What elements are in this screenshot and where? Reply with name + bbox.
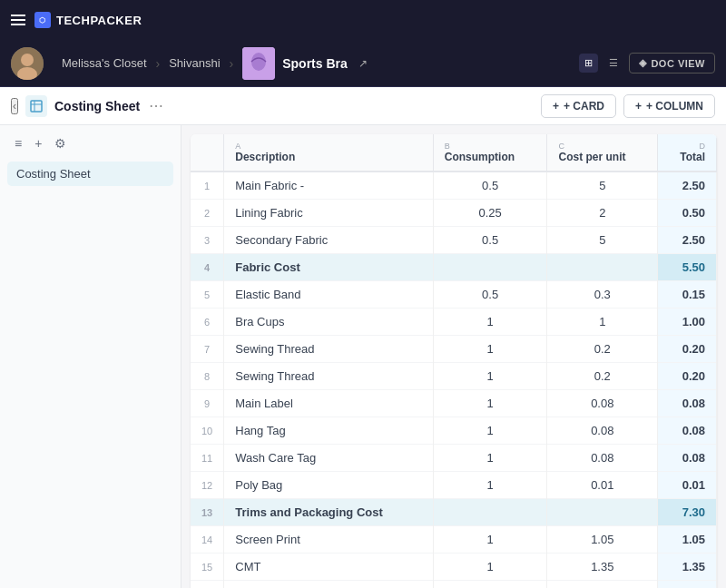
row-num: 7 (191, 336, 224, 363)
row-total[interactable]: 2.50 (658, 227, 717, 254)
product-name[interactable]: Sports Bra (282, 56, 348, 71)
row-cost-per-unit[interactable]: 1.05 (547, 526, 658, 554)
row-cost-per-unit[interactable]: 1.35 (547, 554, 658, 581)
row-description[interactable]: Secondary Fabric (224, 227, 433, 254)
breadcrumb-brand[interactable]: Shivanshi (160, 56, 229, 70)
row-consumption[interactable]: 1 (433, 309, 547, 336)
table-row: 14Screen Print11.051.05 (191, 526, 717, 554)
row-total[interactable]: 2.50 (658, 172, 717, 200)
row-description[interactable]: Wash Care Tag (224, 445, 433, 472)
row-consumption[interactable]: 0.25 (433, 200, 547, 227)
row-total[interactable]: 5.50 (658, 254, 717, 281)
row-cost-per-unit[interactable]: 0.01 (547, 472, 658, 499)
row-consumption[interactable]: 1 (433, 581, 547, 589)
collapse-button[interactable]: ‹ (11, 98, 18, 114)
table-area: A Description B Consumption C Cost per u… (182, 125, 726, 588)
row-description[interactable]: Screen Print (224, 526, 433, 554)
row-total[interactable]: 1.05 (658, 526, 717, 554)
row-description[interactable]: Main Label (224, 390, 433, 417)
row-description[interactable]: Bra Cups (224, 309, 433, 336)
table-row: 9Main Label10.080.08 (191, 390, 717, 417)
row-consumption[interactable]: 1 (433, 554, 547, 581)
row-consumption[interactable]: 1 (433, 445, 547, 472)
row-consumption[interactable]: 0.5 (433, 172, 547, 200)
col-total-letter: D (669, 142, 705, 151)
row-total[interactable]: 0.08 (658, 581, 717, 589)
row-cost-per-unit[interactable]: 0.08 (547, 445, 658, 472)
row-total[interactable]: 0.20 (658, 336, 717, 363)
row-consumption[interactable]: 1 (433, 363, 547, 390)
row-consumption[interactable] (433, 499, 547, 526)
breadcrumb-user[interactable]: Melissa's Closet (53, 56, 156, 70)
list-icon: ☰ (609, 57, 618, 69)
list-view-button[interactable]: ☰ (603, 54, 623, 73)
table-row: 2Lining Fabric0.2520.50 (191, 200, 717, 227)
row-consumption[interactable] (433, 254, 547, 281)
row-cost-per-unit[interactable]: 5 (547, 172, 658, 200)
add-column-button[interactable]: + + COLUMN (623, 94, 715, 118)
row-description[interactable]: Fabric Cost (224, 254, 433, 281)
row-total[interactable]: 0.15 (658, 281, 717, 309)
sidebar-toggle-button[interactable]: ≡ (11, 134, 25, 152)
row-description[interactable]: Trims and Packaging Cost (224, 499, 433, 526)
table-header-row: A Description B Consumption C Cost per u… (191, 134, 717, 172)
external-link-icon[interactable]: ↗ (358, 57, 368, 70)
row-cost-per-unit[interactable]: 5 (547, 227, 658, 254)
sidebar-settings-button[interactable]: ⚙ (51, 134, 70, 152)
row-consumption[interactable]: 1 (433, 417, 547, 445)
row-cost-per-unit[interactable] (547, 499, 658, 526)
table-row: 15CMT11.351.35 (191, 554, 717, 581)
row-total[interactable]: 0.20 (658, 363, 717, 390)
col-cost-letter: C (558, 142, 646, 151)
row-consumption[interactable]: 0.5 (433, 227, 547, 254)
sidebar-actions: ≡ + ⚙ (7, 134, 173, 152)
row-consumption[interactable]: 1 (433, 526, 547, 554)
row-cost-per-unit[interactable]: 0.08 (547, 417, 658, 445)
row-cost-per-unit[interactable]: 0.3 (547, 281, 658, 309)
row-description[interactable]: Sewing Thread (224, 363, 433, 390)
row-num: 3 (191, 227, 224, 254)
row-consumption[interactable]: 1 (433, 472, 547, 499)
row-consumption[interactable]: 1 (433, 336, 547, 363)
grid-view-button[interactable]: ⊞ (579, 54, 598, 73)
row-total[interactable]: 0.08 (658, 390, 717, 417)
row-cost-per-unit[interactable]: 0.08 (547, 390, 658, 417)
hamburger-menu[interactable] (11, 15, 25, 25)
row-num: 4 (191, 254, 224, 281)
row-cost-per-unit[interactable]: 2 (547, 200, 658, 227)
doc-view-button[interactable]: ◈ DOC VIEW (629, 53, 715, 74)
row-total[interactable]: 7.30 (658, 499, 717, 526)
row-description[interactable]: CMT (224, 554, 433, 581)
row-total[interactable]: 1.00 (658, 309, 717, 336)
row-description[interactable]: Commercial Cost (224, 581, 433, 589)
row-description[interactable]: Poly Bag (224, 472, 433, 499)
col-num (191, 134, 224, 172)
user-avatar (11, 47, 44, 80)
view-controls: ⊞ ☰ ◈ DOC VIEW (579, 53, 715, 74)
sidebar-item-costing-sheet[interactable]: Costing Sheet (7, 162, 173, 186)
row-consumption[interactable]: 1 (433, 390, 547, 417)
row-description[interactable]: Main Fabric - (224, 172, 433, 200)
row-total[interactable]: 0.08 (658, 417, 717, 445)
row-total[interactable]: 0.08 (658, 445, 717, 472)
row-cost-per-unit[interactable]: 0.2 (547, 363, 658, 390)
row-description[interactable]: Elastic Band (224, 281, 433, 309)
add-card-button[interactable]: + + CARD (541, 94, 616, 118)
row-description[interactable]: Lining Fabric (224, 200, 433, 227)
row-total[interactable]: 1.35 (658, 554, 717, 581)
row-total[interactable]: 0.50 (658, 200, 717, 227)
row-cost-per-unit[interactable]: 0.2 (547, 336, 658, 363)
row-total[interactable]: 0.01 (658, 472, 717, 499)
row-description[interactable]: Hang Tag (224, 417, 433, 445)
row-cost-per-unit[interactable]: 0.08 (547, 581, 658, 589)
col-description-letter: A (235, 142, 421, 151)
table-row: 3Secondary Fabric0.552.50 (191, 227, 717, 254)
row-cost-per-unit[interactable] (547, 254, 658, 281)
sidebar-add-button[interactable]: + (31, 134, 45, 152)
row-consumption[interactable]: 0.5 (433, 281, 547, 309)
row-description[interactable]: Sewing Thread (224, 336, 433, 363)
more-options-button[interactable]: ⋯ (149, 97, 163, 114)
row-cost-per-unit[interactable]: 1 (547, 309, 658, 336)
table-row: 5Elastic Band0.50.30.15 (191, 281, 717, 309)
layers-icon: ◈ (639, 57, 647, 69)
